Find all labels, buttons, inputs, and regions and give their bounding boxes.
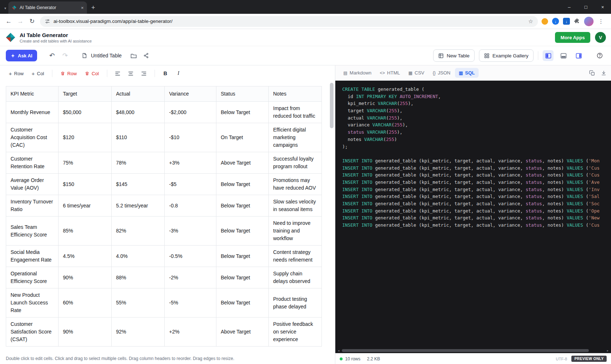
column-header[interactable]: KPI Metric: [6, 86, 59, 102]
table-cell[interactable]: 78%: [112, 152, 165, 174]
align-right-button[interactable]: [139, 68, 149, 78]
table-cell[interactable]: Content strategy needs refinement: [269, 246, 322, 267]
table-cell[interactable]: Product testing phase delayed: [269, 288, 322, 318]
table-cell[interactable]: $150: [59, 174, 112, 195]
table-cell[interactable]: Above Target: [216, 318, 269, 347]
column-header[interactable]: Target: [59, 86, 112, 102]
refresh-button[interactable]: ↻: [26, 16, 38, 27]
scrollbar-thumb[interactable]: [342, 349, 589, 352]
document-title[interactable]: Untitled Table: [91, 53, 122, 58]
undo-button[interactable]: ↶: [47, 52, 57, 60]
window-maximize-button[interactable]: □: [578, 0, 594, 14]
browser-tab[interactable]: AI Table Generator ×: [8, 1, 87, 14]
vertical-scrollbar[interactable]: [330, 82, 334, 352]
scrollbar-track[interactable]: [342, 349, 604, 352]
table-cell[interactable]: Promotions may have reduced AOV: [269, 174, 322, 195]
table-cell[interactable]: Below Target: [216, 102, 269, 123]
ask-ai-button[interactable]: Ask AI: [6, 50, 37, 61]
table-cell[interactable]: Social Media Engagement Rate: [6, 246, 59, 267]
new-tab-button[interactable]: +: [91, 4, 95, 11]
table-cell[interactable]: +3%: [165, 152, 216, 174]
layout-split-columns-button[interactable]: [543, 50, 554, 61]
share-icon[interactable]: [143, 53, 149, 58]
column-header[interactable]: Notes: [269, 86, 322, 102]
horizontal-scrollbar[interactable]: ◂ ▸: [335, 348, 611, 353]
table-cell[interactable]: Customer Acquisition Cost (CAC): [6, 123, 59, 152]
table-cell[interactable]: Below Target: [216, 288, 269, 318]
tab-search-chevron-icon[interactable]: ▾: [4, 6, 6, 10]
table-cell[interactable]: 85%: [59, 217, 112, 246]
table-cell[interactable]: Sales Team Efficiency Score: [6, 217, 59, 246]
table-cell[interactable]: +2%: [165, 318, 216, 347]
extension-orange-icon[interactable]: [542, 18, 548, 25]
table-cell[interactable]: $50,000: [59, 102, 112, 123]
scrollbar-thumb[interactable]: [330, 83, 334, 128]
export-tab-html[interactable]: <>HTML: [376, 68, 403, 78]
browser-menu-icon[interactable]: ⋮: [598, 18, 604, 25]
table-cell[interactable]: Operational Efficiency Score: [6, 267, 59, 288]
table-cell[interactable]: $145: [112, 174, 165, 195]
table-cell[interactable]: -0.5%: [165, 246, 216, 267]
table-cell[interactable]: Efficient digital marketing campaigns: [269, 123, 322, 152]
export-tab-json[interactable]: {}JSON: [429, 68, 454, 78]
layout-split-rows-button[interactable]: [558, 50, 569, 61]
align-left-button[interactable]: [112, 68, 123, 78]
bookmark-star-icon[interactable]: ☆: [528, 18, 533, 25]
site-settings-icon[interactable]: [45, 19, 50, 24]
table-cell[interactable]: On Target: [216, 123, 269, 152]
table-cell[interactable]: Below Target: [216, 195, 269, 217]
table-cell[interactable]: Supply chain delays observed: [269, 267, 322, 288]
example-gallery-button[interactable]: Example Gallery: [479, 49, 534, 62]
table-cell[interactable]: $110: [112, 123, 165, 152]
table-cell[interactable]: -3%: [165, 217, 216, 246]
layout-panel-right-button[interactable]: [573, 50, 584, 61]
redo-button[interactable]: ↷: [60, 52, 71, 60]
table-cell[interactable]: Customer Retention Rate: [6, 152, 59, 174]
table-cell[interactable]: -$5: [165, 174, 216, 195]
table-cell[interactable]: 92%: [112, 318, 165, 347]
user-avatar[interactable]: V: [595, 32, 606, 43]
table-cell[interactable]: -$10: [165, 123, 216, 152]
open-folder-icon[interactable]: [131, 53, 137, 58]
table-cell[interactable]: 5.2 times/year: [112, 195, 165, 217]
table-cell[interactable]: -$2,000: [165, 102, 216, 123]
window-close-button[interactable]: ×: [594, 0, 611, 14]
delete-row-button[interactable]: Row: [57, 69, 80, 78]
profile-avatar[interactable]: [584, 17, 594, 26]
extensions-puzzle-icon[interactable]: [574, 18, 580, 24]
extension-download-square-icon[interactable]: ↓: [563, 18, 570, 25]
table-cell[interactable]: Positive feedback on service experience: [269, 318, 322, 347]
table-cell[interactable]: 4.5%: [59, 246, 112, 267]
column-header[interactable]: Actual: [112, 86, 165, 102]
forward-button[interactable]: →: [15, 16, 26, 27]
table-cell[interactable]: -2%: [165, 267, 216, 288]
table-cell[interactable]: Need to improve training and workflow: [269, 217, 322, 246]
table-cell[interactable]: $48,000: [112, 102, 165, 123]
italic-button[interactable]: I: [173, 68, 184, 78]
table-cell[interactable]: Below Target: [216, 246, 269, 267]
table-cell[interactable]: $120: [59, 123, 112, 152]
more-apps-button[interactable]: More Apps: [555, 32, 590, 43]
help-button[interactable]: [594, 50, 605, 61]
table-cell[interactable]: -5%: [165, 288, 216, 318]
export-tab-markdown[interactable]: ▤Markdown: [340, 68, 375, 78]
table-cell[interactable]: 6 times/year: [59, 195, 112, 217]
delete-col-button[interactable]: Col: [82, 69, 102, 78]
align-center-button[interactable]: [125, 68, 136, 78]
extension-download-circle-icon[interactable]: ↓: [552, 18, 559, 25]
scroll-left-icon[interactable]: ◂: [336, 349, 341, 352]
export-tab-sql[interactable]: ▥SQL: [455, 68, 478, 78]
back-button[interactable]: ←: [3, 16, 15, 27]
bold-button[interactable]: B: [160, 68, 171, 78]
table-cell[interactable]: 90%: [59, 318, 112, 347]
table-cell[interactable]: 4.0%: [112, 246, 165, 267]
new-table-button[interactable]: New Table: [433, 49, 475, 62]
download-icon[interactable]: [601, 70, 607, 76]
table-cell[interactable]: Impact from reduced foot traffic: [269, 102, 322, 123]
table-cell[interactable]: Below Target: [216, 267, 269, 288]
add-col-button[interactable]: + Col: [29, 69, 47, 78]
export-tab-csv[interactable]: ▦CSV: [405, 68, 428, 78]
scroll-right-icon[interactable]: ▸: [606, 349, 610, 352]
table-cell[interactable]: -0.8: [165, 195, 216, 217]
table-cell[interactable]: 82%: [112, 217, 165, 246]
